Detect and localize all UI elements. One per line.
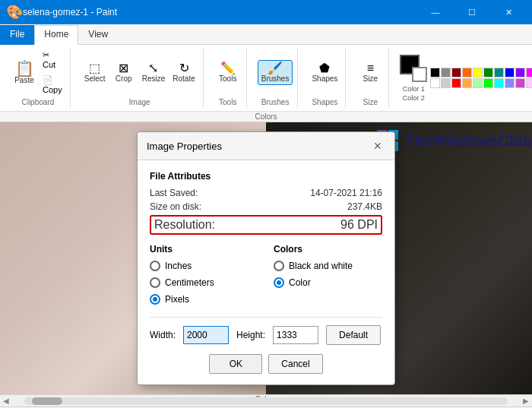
shapes-label: Shapes xyxy=(312,98,337,108)
shapes-icon: ⬟ xyxy=(319,62,330,74)
black-white-radio-circle xyxy=(274,261,284,271)
color-swatch[interactable] xyxy=(483,68,493,77)
color-swatch[interactable] xyxy=(515,68,525,77)
color-swatch[interactable] xyxy=(451,68,461,77)
last-saved-value: 14-07-2021 21:16 xyxy=(310,188,382,198)
color-radio[interactable]: Color xyxy=(274,277,382,288)
tab-view[interactable]: View xyxy=(78,25,118,45)
scroll-right-arrow[interactable]: ▶ xyxy=(520,397,532,405)
height-label: Height: xyxy=(236,330,265,340)
crop-icon: ⊠ xyxy=(119,62,128,74)
color-swatch[interactable] xyxy=(494,68,504,77)
color-swatch[interactable] xyxy=(462,78,472,88)
tools-label: Tools xyxy=(219,98,236,108)
minimize-button[interactable]: — xyxy=(418,0,453,24)
canvas-area[interactable]: TheWindowsClub Image Properties ✕ File A… xyxy=(0,122,532,394)
brushes-group: 🖌️ Brushes Brushes xyxy=(253,48,299,108)
color2-label: Color 2 xyxy=(403,94,425,102)
size-button[interactable]: ≡ Size xyxy=(356,61,384,84)
color-swatch[interactable] xyxy=(526,78,532,88)
color-swatch[interactable] xyxy=(515,78,525,88)
cancel-button[interactable]: Cancel xyxy=(268,354,322,374)
centimeters-radio[interactable]: Centimeters xyxy=(150,277,258,288)
tab-home[interactable]: Home xyxy=(34,25,78,45)
resize-button[interactable]: ⤡ Resize xyxy=(139,61,169,84)
centimeters-radio-circle xyxy=(150,277,160,288)
inches-radio[interactable]: Inches xyxy=(150,261,258,271)
cut-button[interactable]: ✂ Cut xyxy=(40,48,65,71)
crop-button[interactable]: ⊠ Crop xyxy=(110,61,138,84)
dialog-title-bar: Image Properties ✕ xyxy=(138,132,394,160)
dialog-title-text: Image Properties xyxy=(147,141,222,152)
rotate-icon: ↻ xyxy=(179,62,189,74)
title-bar: 🎨 selena-gomez-1 - Paint — ☐ ✕ xyxy=(0,0,532,24)
resolution-value: 96 DPI xyxy=(340,218,378,232)
tools-button[interactable]: ✏️ Tools xyxy=(214,61,242,84)
color-label: Color xyxy=(289,277,311,288)
color-swatch[interactable] xyxy=(441,78,451,88)
file-attributes-title: File Attributes xyxy=(150,171,382,182)
color-swatch[interactable] xyxy=(505,78,515,88)
brushes-icon: 🖌️ xyxy=(268,62,283,74)
brushes-label: Brushes xyxy=(261,98,290,108)
color-swatch[interactable] xyxy=(526,68,532,77)
brushes-button[interactable]: 🖌️ Brushes xyxy=(258,60,293,85)
centimeters-label: Centimeters xyxy=(165,277,214,288)
colors-section-title: Colors xyxy=(274,244,382,255)
color-swatch[interactable] xyxy=(430,68,440,77)
clipboard-group: 📋 Paste ✂ Cut 📄 Copy Clipboard xyxy=(6,48,71,108)
color-swatch[interactable] xyxy=(494,78,504,88)
color-swatch[interactable] xyxy=(473,68,483,77)
size-on-disk-label: Size on disk: xyxy=(150,201,201,212)
select-icon: ⬚ xyxy=(89,62,100,74)
copy-button[interactable]: 📄 Copy xyxy=(40,73,65,96)
dialog-close-button[interactable]: ✕ xyxy=(370,138,385,153)
color-swatch[interactable] xyxy=(441,68,451,77)
color2-swatch[interactable] xyxy=(412,67,427,82)
pixels-radio[interactable]: Pixels xyxy=(150,294,258,305)
units-column: Units Inches Centimeters xyxy=(150,244,258,305)
select-button[interactable]: ⬚ Select xyxy=(81,61,109,84)
color-swatch[interactable] xyxy=(483,78,493,88)
close-button[interactable]: ✕ xyxy=(491,0,526,24)
color-swatch[interactable] xyxy=(430,78,440,88)
image-group: ⬚ Select ⊠ Crop ⤡ Resize ↻ Rotate Image xyxy=(77,48,204,108)
width-input[interactable] xyxy=(183,326,229,344)
color-swatch[interactable] xyxy=(462,68,472,77)
default-button[interactable]: Default xyxy=(326,325,381,345)
units-radio-group: Inches Centimeters Pixels xyxy=(150,261,258,305)
scrollbar-thumb[interactable] xyxy=(32,397,62,405)
dialog-body: File Attributes Last Saved: 14-07-2021 2… xyxy=(138,160,394,384)
shapes-button[interactable]: ⬟ Shapes xyxy=(309,61,340,84)
color-swatch[interactable] xyxy=(473,78,483,88)
ribbon-tabs: File Home View xyxy=(0,24,532,44)
last-saved-row: Last Saved: 14-07-2021 21:16 xyxy=(150,188,382,198)
size-on-disk-value: 237.4KB xyxy=(347,201,382,212)
size-label: Size xyxy=(363,98,378,108)
resolution-label: Resolution: xyxy=(154,218,215,232)
dialog-buttons-row: OK Cancel xyxy=(150,354,382,374)
colors-radio-group: Black and white Color xyxy=(274,261,382,288)
ribbon: File Home View 📋 Paste ✂ Cut 📄 Copy Clip… xyxy=(0,24,532,122)
black-white-radio[interactable]: Black and white xyxy=(274,261,382,271)
maximize-button[interactable]: ☐ xyxy=(454,0,489,24)
image-properties-dialog: Image Properties ✕ File Attributes Last … xyxy=(137,131,395,385)
paste-button[interactable]: 📋 Paste xyxy=(11,59,38,86)
height-input[interactable] xyxy=(273,326,318,344)
color-palette-row1 xyxy=(430,68,532,77)
units-colors-columns: Units Inches Centimeters xyxy=(150,244,382,305)
rotate-button[interactable]: ↻ Rotate xyxy=(169,61,198,84)
ok-button[interactable]: OK xyxy=(209,354,262,374)
tab-file[interactable]: File xyxy=(0,25,34,45)
scrollbar-track[interactable] xyxy=(24,397,508,405)
clipboard-label: Clipboard xyxy=(21,98,54,108)
dimensions-row: Width: Height: Default xyxy=(150,317,382,345)
last-saved-label: Last Saved: xyxy=(150,188,198,198)
size-group: ≡ Size Size xyxy=(352,48,389,108)
color-swatch[interactable] xyxy=(505,68,515,77)
color-swatch[interactable] xyxy=(451,78,461,88)
scroll-left-arrow[interactable]: ◀ xyxy=(0,397,12,405)
color-palette-row2 xyxy=(430,78,532,88)
width-label: Width: xyxy=(150,330,176,340)
colors-group: Color 1 Color 2 xyxy=(395,48,532,108)
